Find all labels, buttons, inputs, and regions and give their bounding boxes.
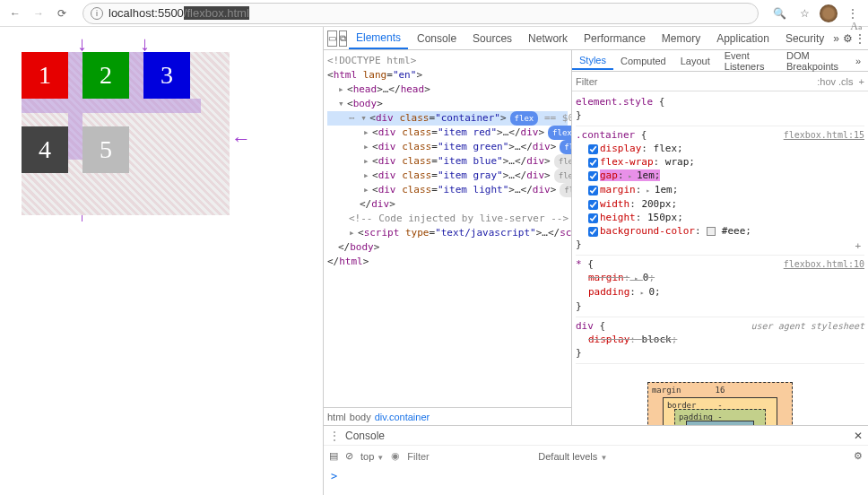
flex-item: 1	[22, 52, 68, 99]
annotation-arrow: ←	[231, 127, 251, 151]
flex-item: 2	[82, 52, 129, 99]
star-icon[interactable]: ☆	[794, 4, 814, 23]
breadcrumb[interactable]: html body div.container	[324, 407, 571, 425]
page-viewport: ↓ ↓ ← ↑ 1 2 3 4 5	[0, 27, 323, 495]
dom-tree[interactable]: <!DOCTYPE html> <html lang="en"> ▸<head>…	[324, 50, 571, 407]
tab-elements[interactable]: Elements	[349, 28, 408, 49]
stab-styles[interactable]: Styles	[572, 52, 613, 70]
styles-filter-input[interactable]	[576, 76, 812, 87]
more-stabs-icon[interactable]: »	[848, 53, 868, 69]
inspect-icon[interactable]: ▭	[327, 30, 337, 47]
more-tabs-icon[interactable]: »	[833, 32, 839, 45]
add-prop-icon[interactable]: +	[855, 239, 861, 253]
tab-network[interactable]: Network	[521, 29, 575, 48]
settings-icon[interactable]: ⚙	[843, 32, 853, 45]
eye-icon[interactable]: ◉	[391, 450, 400, 462]
close-drawer-icon[interactable]: ✕	[854, 430, 863, 442]
console-drawer-tab[interactable]: ⋮ Console ✕	[324, 425, 868, 445]
dom-panel: <!DOCTYPE html> <html lang="en"> ▸<head>…	[324, 50, 572, 425]
tab-memory[interactable]: Memory	[655, 29, 707, 48]
stab-event[interactable]: Event Listeners	[717, 48, 779, 74]
url-text: localhost:5500/flexbox.html	[108, 6, 249, 20]
selected-node[interactable]: ⋯ ▾<div class="container">flex == $0	[327, 111, 568, 126]
avatar[interactable]	[820, 4, 838, 22]
tab-performance[interactable]: Performance	[577, 29, 653, 48]
prop-checkbox[interactable]	[588, 186, 598, 195]
info-icon[interactable]: i	[91, 7, 103, 20]
reload-button[interactable]: ⟳	[52, 4, 72, 23]
stab-dom[interactable]: DOM Breakpoints	[779, 48, 848, 74]
flex-container: 1 2 3 4 5	[22, 52, 230, 215]
console-body[interactable]: >	[324, 466, 868, 495]
flex-item: 3	[143, 52, 190, 99]
stab-computed[interactable]: Computed	[613, 53, 673, 69]
prop-checkbox[interactable]	[588, 213, 598, 223]
prop-checkbox[interactable]	[588, 200, 598, 210]
clear-icon[interactable]: ⊘	[345, 450, 353, 462]
address-bar[interactable]: i localhost:5500/flexbox.html	[82, 3, 759, 24]
prop-checkbox[interactable]	[588, 171, 598, 181]
tab-sources[interactable]: Sources	[465, 29, 519, 48]
more-icon[interactable]: ⋮	[855, 32, 865, 45]
forward-button[interactable]: →	[29, 4, 48, 23]
prop-checkbox[interactable]	[588, 144, 598, 154]
add-rule-icon[interactable]: +	[859, 76, 864, 87]
console-toolbar: ▤ ⊘ top ▼ ◉ Default levels ▼ ⚙	[324, 445, 868, 466]
box-model: margin 16 16 16 16 border - - -	[576, 364, 864, 425]
tab-console[interactable]: Console	[410, 29, 464, 48]
back-button[interactable]: ←	[5, 4, 25, 23]
prop-checkbox[interactable]	[588, 227, 598, 237]
console-settings-icon[interactable]: ⚙	[854, 450, 863, 462]
levels-select[interactable]: Default levels ▼	[538, 451, 607, 462]
styles-body[interactable]: Aₐ element.style {} flexbox.html:15 .con…	[572, 91, 868, 425]
console-filter-input[interactable]	[407, 451, 531, 462]
styles-panel: Styles Computed Layout Event Listeners D…	[572, 50, 868, 425]
chevron-icon[interactable]: ⋮	[329, 430, 340, 442]
prop-checkbox[interactable]	[588, 158, 598, 168]
context-select[interactable]: top ▼	[360, 451, 384, 462]
browser-toolbar: ← → ⟳ i localhost:5500/flexbox.html 🔍 ☆ …	[0, 0, 868, 27]
devtools: ▭ ⧉ Elements Console Sources Network Per…	[323, 27, 868, 495]
tab-application[interactable]: Application	[709, 29, 777, 48]
flex-item: 4	[22, 126, 68, 173]
stab-layout[interactable]: Layout	[673, 53, 717, 69]
sidebar-icon[interactable]: ▤	[329, 450, 338, 462]
tab-security[interactable]: Security	[778, 29, 831, 48]
flex-item: 5	[82, 126, 129, 173]
hov-cls-toggle[interactable]: :hov .cls	[817, 76, 853, 87]
device-icon[interactable]: ⧉	[339, 30, 347, 47]
zoom-icon[interactable]: 🔍	[769, 4, 789, 23]
